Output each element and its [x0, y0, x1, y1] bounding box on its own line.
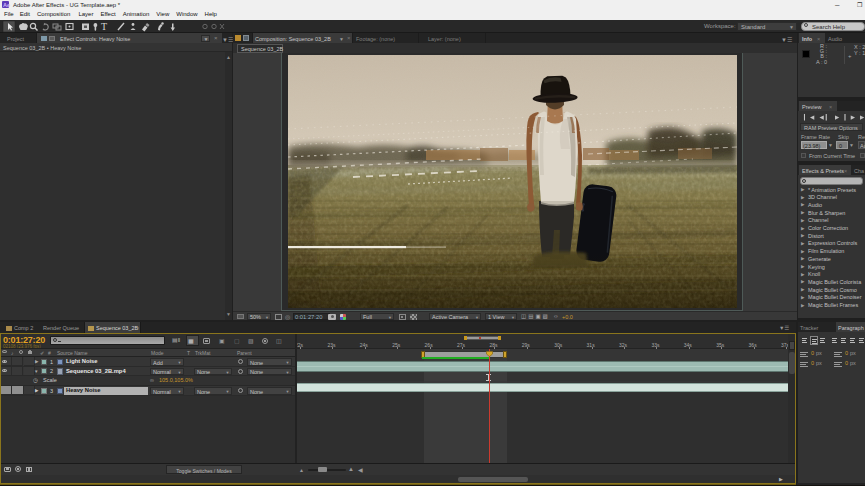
- svg-text:T: T: [101, 21, 107, 32]
